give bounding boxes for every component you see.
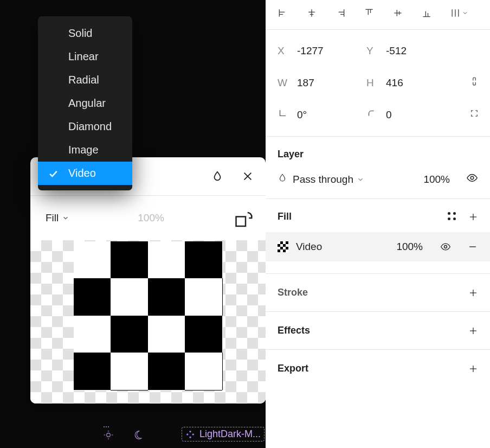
w-label: W [278,77,293,89]
fill-entry-opacity[interactable]: 100% [396,241,423,253]
w-value[interactable]: 187 [297,77,362,89]
svg-rect-5 [189,430,191,432]
close-icon[interactable] [242,170,254,182]
add-stroke-button[interactable] [468,288,478,298]
fill-swatch[interactable] [278,241,288,252]
fill-type-option-label: Solid [68,27,92,40]
check-icon [48,168,59,179]
blend-droplet-icon[interactable] [211,170,223,182]
x-value[interactable]: -1277 [297,45,362,57]
fill-styles-button[interactable] [448,212,457,222]
fill-entry-name: Video [296,241,322,253]
y-label: Y [366,45,382,57]
component-chip-label: LightDark-M... [199,428,261,440]
chevron-down-icon [462,10,468,16]
distribute-icon [450,8,461,18]
h-label: H [366,77,382,89]
component-icon [185,430,195,439]
x-label: X [278,45,293,57]
fill-type-menu: SolidLinearRadialAngularDiamondImageVide… [38,16,132,190]
alignment-row [266,0,490,29]
align-right-icon[interactable] [335,8,346,18]
svg-rect-6 [189,436,191,438]
fill-type-option-label: Image [68,144,99,156]
fill-type-option-label: Linear [68,50,99,63]
chevron-down-icon [62,214,69,222]
effects-section: Effects [266,312,490,349]
fill-type-option-video[interactable]: Video [38,162,132,185]
layer-section: Layer Pass through 100% [266,137,490,199]
fill-panel: Fill 100% [30,157,266,404]
align-top-icon[interactable] [364,8,375,18]
h-value[interactable]: 416 [386,77,451,89]
rotation-icon [278,108,293,121]
chevron-down-icon [357,176,364,183]
fill-type-option-label: Angular [68,97,106,110]
y-value[interactable]: -512 [386,45,451,57]
fill-type-option-label: Video [68,167,96,180]
blend-mode-icon [278,173,287,185]
svg-rect-11 [236,217,246,227]
add-effect-button[interactable] [468,326,478,336]
sun-icon[interactable] [103,430,114,440]
svg-point-40 [444,246,447,248]
add-fill-button[interactable] [468,212,478,222]
distribute-dropdown[interactable] [450,8,468,18]
stroke-section-title: Stroke [278,287,308,298]
fill-type-option-radial[interactable]: Radial [38,68,132,92]
fill-type-option-linear[interactable]: Linear [38,45,132,68]
independent-corners-button[interactable] [469,108,479,121]
fill-panel-controls: Fill 100% [30,196,266,240]
fill-type-option-label: Radial [68,74,99,86]
fill-visibility-toggle[interactable] [440,241,451,252]
fill-mode-label: Fill [46,212,59,224]
remove-fill-button[interactable] [467,241,478,252]
corner-radius-icon [366,108,382,121]
blend-mode-dropdown[interactable]: Pass through [293,174,364,185]
align-bottom-icon[interactable] [421,8,432,18]
effects-section-title: Effects [278,325,310,336]
fill-section: Fill Video 100% [266,199,490,273]
fill-entry[interactable]: Video 100% [266,232,490,261]
fill-type-option-image[interactable]: Image [38,138,132,162]
rotation-value[interactable]: 0° [297,109,362,121]
layer-opacity-value[interactable]: 100% [423,174,450,185]
fill-preview-content [74,241,223,391]
properties-panel: X -1277 Y -512 W 187 H 416 0° 0 Layer [266,0,490,448]
moon-icon[interactable] [132,430,143,440]
fill-preview[interactable] [30,240,266,404]
fill-type-option-diamond[interactable]: Diamond [38,115,132,138]
fill-mode-dropdown[interactable]: Fill [46,212,69,224]
fill-section-title: Fill [278,211,292,222]
svg-point-37 [470,176,474,180]
corner-radius-value[interactable]: 0 [386,109,451,121]
svg-rect-7 [186,433,189,435]
svg-rect-8 [192,433,194,435]
export-section: Export [266,350,490,387]
blend-mode-value: Pass through [293,174,353,185]
transform-section: X -1277 Y -512 W 187 H 416 0° 0 [266,30,490,136]
layer-section-title: Layer [278,149,304,160]
align-hcenter-icon[interactable] [306,8,317,18]
svg-point-0 [107,433,111,437]
canvas-mode-icons: ⋯ [103,430,143,443]
stroke-section: Stroke [266,274,490,311]
export-section-title: Export [278,363,308,374]
fill-type-option-angular[interactable]: Angular [38,92,132,115]
fill-opacity-value[interactable]: 100% [138,212,164,224]
fill-type-option-solid[interactable]: Solid [38,22,132,45]
align-left-icon[interactable] [278,8,288,18]
layer-visibility-toggle[interactable] [466,172,478,187]
rotate-fill-button[interactable] [235,210,250,226]
link-dimensions-button[interactable] [469,76,479,89]
component-chip[interactable]: LightDark-M... [182,427,265,441]
fill-type-option-label: Diamond [68,120,112,133]
add-export-button[interactable] [468,364,478,374]
align-vcenter-icon[interactable] [392,8,403,18]
